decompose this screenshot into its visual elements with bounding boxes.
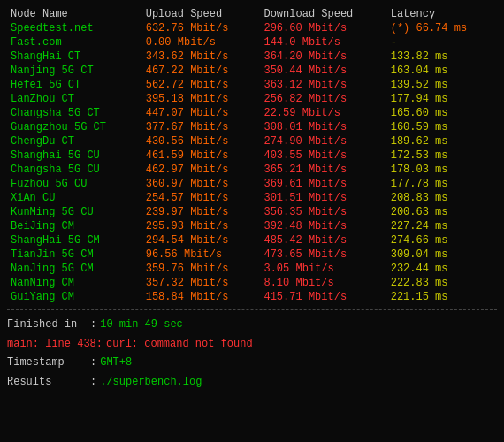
table-row: Hefei 5G CT562.72 Mbit/s363.12 Mbit/s139… (7, 78, 497, 92)
cell-upload: 294.54 Mbit/s (142, 233, 261, 248)
cell-download: 415.71 Mbit/s (260, 290, 386, 304)
cell-node: XiAn CU (7, 191, 142, 205)
cell-latency: 274.66 ms (387, 233, 497, 248)
error-value: curl: command not found (106, 335, 253, 354)
cell-node: NanJing 5G CM (7, 262, 142, 276)
table-row: NanNing CM357.32 Mbit/s8.10 Mbit/s222.83… (7, 276, 497, 290)
cell-upload: 430.56 Mbit/s (142, 134, 261, 149)
table-row: TianJin 5G CM96.56 Mbit/s473.65 Mbit/s30… (7, 248, 497, 262)
cell-latency: 232.44 ms (387, 262, 497, 276)
table-row: Fast.com0.00 Mbit/s144.0 Mbit/s- (7, 35, 497, 50)
cell-download: 274.90 Mbit/s (260, 134, 386, 149)
cell-download: 369.61 Mbit/s (260, 177, 386, 191)
col-header-upload: Upload Speed (142, 7, 261, 21)
cell-node: Fuzhou 5G CU (7, 177, 142, 191)
results-label: Results (7, 373, 87, 392)
timestamp-label: Timestamp (7, 354, 87, 373)
cell-upload: 632.76 Mbit/s (142, 21, 261, 35)
cell-upload: 96.56 Mbit/s (142, 248, 261, 262)
cell-latency: 160.59 ms (387, 120, 497, 134)
cell-download: 3.05 Mbit/s (260, 262, 386, 276)
cell-upload: 467.22 Mbit/s (142, 64, 261, 78)
cell-upload: 462.97 Mbit/s (142, 163, 261, 177)
cell-latency: - (387, 35, 497, 50)
cell-node: ShangHai CT (7, 50, 142, 64)
table-row: Speedtest.net632.76 Mbit/s296.60 Mbit/s(… (7, 21, 497, 35)
cell-download: 22.59 Mbit/s (260, 106, 386, 120)
cell-download: 403.55 Mbit/s (260, 149, 386, 163)
col-header-node: Node Name (7, 7, 142, 21)
table-row: ShangHai CT343.62 Mbit/s364.20 Mbit/s133… (7, 50, 497, 64)
cell-node: ShangHai 5G CM (7, 233, 142, 248)
results-row: Results : ./superbench.log (7, 373, 497, 392)
finished-row: Finished in : 10 min 49 sec (7, 316, 497, 335)
cell-upload: 461.59 Mbit/s (142, 149, 261, 163)
table-row: LanZhou CT395.18 Mbit/s256.82 Mbit/s177.… (7, 92, 497, 106)
cell-upload: 360.97 Mbit/s (142, 177, 261, 191)
results-colon: : (90, 373, 96, 392)
cell-download: 473.65 Mbit/s (260, 248, 386, 262)
cell-upload: 359.76 Mbit/s (142, 262, 261, 276)
cell-upload: 562.72 Mbit/s (142, 78, 261, 92)
cell-node: ChengDu CT (7, 134, 142, 149)
cell-upload: 447.07 Mbit/s (142, 106, 261, 120)
cell-latency: 178.03 ms (387, 163, 497, 177)
cell-download: 363.12 Mbit/s (260, 78, 386, 92)
cell-upload: 0.00 Mbit/s (142, 35, 261, 50)
results-value: ./superbench.log (100, 373, 202, 392)
cell-latency: 177.78 ms (387, 177, 497, 191)
cell-latency: 221.15 ms (387, 290, 497, 304)
error-label: main: line 438: (7, 335, 103, 354)
cell-download: 308.01 Mbit/s (260, 120, 386, 134)
cell-latency: 309.04 ms (387, 248, 497, 262)
table-row: GuiYang CM158.84 Mbit/s415.71 Mbit/s221.… (7, 290, 497, 304)
table-row: Changsha 5G CT447.07 Mbit/s22.59 Mbit/s1… (7, 106, 497, 120)
table-row: XiAn CU254.57 Mbit/s301.51 Mbit/s208.83 … (7, 191, 497, 205)
cell-node: KunMing 5G CU (7, 205, 142, 219)
cell-latency: 165.60 ms (387, 106, 497, 120)
cell-latency: 227.24 ms (387, 219, 497, 233)
finished-colon: : (90, 316, 96, 335)
cell-upload: 239.97 Mbit/s (142, 205, 261, 219)
cell-download: 356.35 Mbit/s (260, 205, 386, 219)
col-header-download: Download Speed (260, 7, 386, 21)
cell-latency: 163.04 ms (387, 64, 497, 78)
table-row: ShangHai 5G CM294.54 Mbit/s485.42 Mbit/s… (7, 233, 497, 248)
table-row: BeiJing CM295.93 Mbit/s392.48 Mbit/s227.… (7, 219, 497, 233)
cell-node: GuiYang CM (7, 290, 142, 304)
table-row: Nanjing 5G CT467.22 Mbit/s350.44 Mbit/s1… (7, 64, 497, 78)
table-row: ChengDu CT430.56 Mbit/s274.90 Mbit/s189.… (7, 134, 497, 149)
speed-table: Node Name Upload Speed Download Speed La… (7, 7, 497, 304)
table-row: Shanghai 5G CU461.59 Mbit/s403.55 Mbit/s… (7, 149, 497, 163)
cell-node: BeiJing CM (7, 219, 142, 233)
cell-latency: 177.94 ms (387, 92, 497, 106)
cell-upload: 377.67 Mbit/s (142, 120, 261, 134)
cell-download: 392.48 Mbit/s (260, 219, 386, 233)
cell-latency: 139.52 ms (387, 78, 497, 92)
cell-node: Nanjing 5G CT (7, 64, 142, 78)
cell-upload: 395.18 Mbit/s (142, 92, 261, 106)
table-row: KunMing 5G CU239.97 Mbit/s356.35 Mbit/s2… (7, 205, 497, 219)
cell-download: 301.51 Mbit/s (260, 191, 386, 205)
cell-download: 256.82 Mbit/s (260, 92, 386, 106)
cell-upload: 295.93 Mbit/s (142, 219, 261, 233)
divider (7, 309, 497, 310)
cell-node: NanNing CM (7, 276, 142, 290)
timestamp-value: GMT+8 (100, 354, 132, 373)
cell-node: Shanghai 5G CU (7, 149, 142, 163)
timestamp-colon: : (90, 354, 96, 373)
table-row: Changsha 5G CU462.97 Mbit/s365.21 Mbit/s… (7, 163, 497, 177)
cell-latency: 172.53 ms (387, 149, 497, 163)
cell-node: LanZhou CT (7, 92, 142, 106)
table-row: Fuzhou 5G CU360.97 Mbit/s369.61 Mbit/s17… (7, 177, 497, 191)
cell-latency: 222.83 ms (387, 276, 497, 290)
cell-latency: 133.82 ms (387, 50, 497, 64)
cell-download: 364.20 Mbit/s (260, 50, 386, 64)
table-row: NanJing 5G CM359.76 Mbit/s3.05 Mbit/s232… (7, 262, 497, 276)
cell-download: 8.10 Mbit/s (260, 276, 386, 290)
cell-node: Changsha 5G CT (7, 106, 142, 120)
cell-upload: 254.57 Mbit/s (142, 191, 261, 205)
cell-download: 365.21 Mbit/s (260, 163, 386, 177)
cell-upload: 158.84 Mbit/s (142, 290, 261, 304)
finished-label: Finished in (7, 316, 87, 335)
